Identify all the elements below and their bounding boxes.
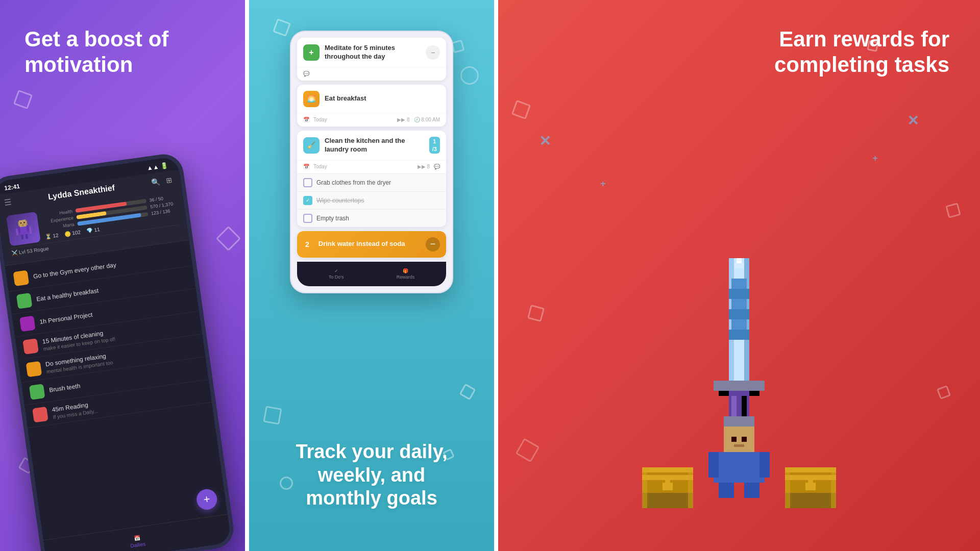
eat-time: 🕗 8:00 AM — [414, 117, 440, 122]
todos-label: To Do's — [329, 274, 344, 280]
task-card-title-water: Drink water instead of soda — [318, 240, 421, 248]
player-avatar — [6, 212, 41, 246]
task-dot-project — [19, 316, 36, 332]
task-card-meditate: + Meditate for 5 minutes throughout the … — [297, 38, 446, 81]
mid-nav-rewards[interactable]: 🎁 Rewards — [397, 268, 415, 280]
svg-rect-43 — [744, 483, 760, 498]
svg-rect-7 — [26, 234, 29, 239]
task-dot-cleaning — [22, 338, 39, 355]
task-card-clean-main: 🧹 Clean the kitchen and the laundry room… — [297, 131, 446, 160]
eat-calendar-icon: 📅 — [303, 117, 309, 122]
task-card-meditate-main: + Meditate for 5 minutes throughout the … — [297, 38, 446, 67]
track-line3: monthly goals — [306, 487, 437, 509]
headline-line2: motivation — [24, 52, 168, 78]
svg-rect-42 — [719, 483, 734, 498]
svg-rect-26 — [731, 279, 747, 289]
svg-rect-32 — [714, 381, 765, 391]
rewards-label: Rewards — [397, 274, 415, 280]
rewards-headline-line1: Earn rewards for — [774, 27, 949, 52]
separator-1 — [245, 0, 249, 551]
task-card-eat: 🌅 Eat breakfast 📅 Today ▶▶ 8 🕗 8:00 AM — [297, 85, 446, 127]
subtask-label-trash: Empty trash — [316, 215, 349, 222]
clean-arrows: ▶▶ 8 — [418, 164, 430, 169]
task-card-title-meditate: Meditate for 5 minutes throughout the da… — [325, 44, 421, 61]
task-list-phone: Go to the Gym every other day Eat a heal… — [5, 240, 212, 431]
clean-chat-icon: 💬 — [434, 164, 440, 169]
track-goals-headline: Track your daily, weekly, and monthly go… — [249, 440, 494, 510]
clean-today-label: Today — [313, 164, 327, 169]
cross-deco-1: ✕ — [539, 133, 551, 149]
task-card-water: 2 Drink water instead of soda − — [297, 231, 446, 258]
cross-deco-2: ✕ — [907, 112, 919, 129]
cross-deco-4: + — [872, 153, 878, 164]
rewards-icon: 🎁 — [403, 268, 408, 273]
task-dot-reading — [32, 407, 48, 423]
track-line2: weekly, and — [318, 464, 426, 486]
svg-rect-30 — [731, 319, 747, 330]
task-card-footer-meditate: 💬 — [297, 67, 446, 81]
mid-nav-todos[interactable]: ✓ To Do's — [329, 268, 344, 280]
middle-phone: + Meditate for 5 minutes throughout the … — [290, 31, 453, 293]
subtask-checkbox-trash[interactable] — [303, 214, 312, 223]
task-dot-breakfast — [16, 293, 33, 309]
svg-rect-21 — [642, 467, 647, 508]
svg-rect-3 — [20, 226, 28, 235]
search-icon[interactable]: 🔍 — [151, 177, 161, 186]
task-card-clean: 🧹 Clean the kitchen and the laundry room… — [297, 131, 446, 227]
svg-rect-44 — [731, 437, 737, 442]
pixel-sword-character — [668, 253, 811, 500]
currency-coins: 🪙 102 — [64, 229, 81, 237]
panel-rewards: Earn rewards for completing tasks ✕ ✕ + … — [498, 0, 980, 551]
meditate-chat-icon: 💬 — [303, 71, 309, 77]
svg-rect-36 — [742, 396, 747, 416]
svg-rect-40 — [708, 452, 719, 478]
water-title-wrapper: Drink water instead of soda — [318, 240, 421, 248]
svg-rect-8 — [20, 222, 21, 223]
svg-rect-37 — [724, 416, 754, 427]
cross-deco-3: + — [600, 179, 606, 189]
deco-shape-5 — [216, 226, 241, 251]
task-card-action-meditate[interactable]: − — [426, 45, 440, 60]
phone-header-icons: 🔍 ⊞ — [151, 176, 173, 187]
svg-rect-12 — [29, 227, 32, 234]
svg-rect-6 — [21, 235, 24, 239]
deco-shape-mid-1 — [273, 18, 291, 37]
svg-rect-9 — [23, 222, 24, 223]
hamburger-icon[interactable]: ☰ — [4, 197, 12, 208]
phone-screen: 12:41 ▲▲ 🔋 ☰ Lydda Sneakthief 🔍 ⊞ — [0, 156, 231, 551]
fab-button[interactable]: + — [195, 488, 218, 511]
panel-motivation: Get a boost of motivation 12:41 ▲▲ 🔋 ☰ L… — [0, 0, 245, 551]
menu-icon[interactable]: ⊞ — [165, 176, 173, 185]
subtask-checkbox-grab[interactable] — [303, 178, 312, 187]
rewards-headline-line2: completing tasks — [774, 52, 949, 78]
nav-item-dailies[interactable]: 📅 Dailies — [129, 534, 146, 548]
deco-shape-mid-5 — [460, 66, 479, 85]
task-card-icon-clean: 🧹 — [303, 137, 320, 154]
task-card-icon-eat: 🌅 — [303, 91, 320, 107]
panel-track: + Meditate for 5 minutes throughout the … — [249, 0, 494, 551]
svg-rect-47 — [737, 258, 742, 263]
svg-rect-31 — [729, 330, 749, 340]
currency-hourglass: ⏳ 12 — [45, 232, 59, 240]
svg-rect-41 — [760, 452, 770, 478]
svg-rect-0 — [19, 219, 27, 227]
water-minus-button[interactable]: − — [426, 237, 440, 252]
water-counter: 2 — [303, 240, 309, 248]
task-card-footer-clean: 📅 Today ▶▶ 8 💬 — [297, 160, 446, 173]
task-dot-gym — [13, 270, 30, 286]
task-dot-relaxing — [26, 361, 42, 378]
character-sprite — [11, 216, 36, 242]
task-card-title-clean: Clean the kitchen and the laundry room — [325, 137, 424, 154]
track-goals-text: Track your daily, weekly, and monthly go… — [249, 440, 494, 510]
subtask-label-wipe: Wipe countertops — [316, 197, 364, 204]
task-card-footer-eat: 📅 Today ▶▶ 8 🕗 8:00 AM — [297, 113, 446, 127]
currency-gems: 💎 11 — [86, 226, 100, 234]
svg-rect-29 — [729, 309, 749, 319]
eat-today-label: Today — [313, 117, 327, 122]
deco-shape-mid-3 — [263, 406, 282, 424]
motivation-headline: Get a boost of motivation — [24, 27, 168, 78]
clean-calendar-icon: 📅 — [303, 164, 309, 169]
subtask-checkbox-wipe[interactable]: ✓ — [303, 196, 312, 205]
eat-arrows: ▶▶ 8 — [397, 117, 409, 122]
separator-2 — [494, 0, 498, 551]
